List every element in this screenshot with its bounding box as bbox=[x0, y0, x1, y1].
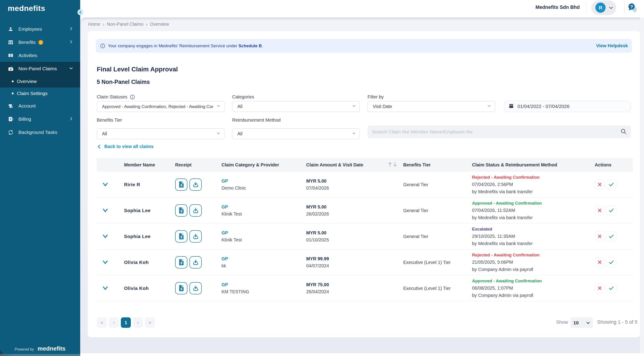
svg-text:$: $ bbox=[180, 261, 182, 265]
svg-text:?: ? bbox=[630, 4, 633, 9]
svg-text:$: $ bbox=[180, 183, 182, 187]
svg-text:$: $ bbox=[10, 118, 11, 120]
svg-text:$: $ bbox=[180, 287, 182, 291]
svg-text:$: $ bbox=[180, 209, 182, 213]
svg-text:$: $ bbox=[180, 235, 182, 239]
